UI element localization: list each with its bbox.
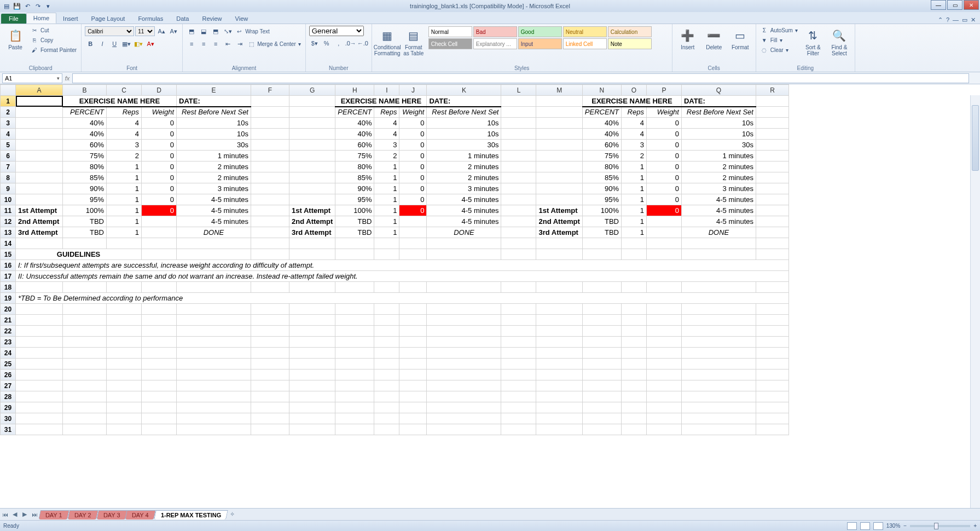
zoom-in-icon[interactable]: + — [973, 523, 977, 529]
cell[interactable]: PERCENT — [582, 107, 621, 118]
cell[interactable] — [177, 249, 251, 260]
cell[interactable]: 85% — [335, 172, 374, 183]
cell[interactable] — [251, 359, 289, 370]
cell[interactable] — [536, 194, 582, 205]
row-header[interactable]: 5 — [1, 140, 16, 151]
cell[interactable] — [251, 391, 289, 402]
cell[interactable]: 0 — [142, 183, 177, 194]
cell[interactable] — [621, 348, 646, 359]
cell[interactable]: 3 — [621, 140, 646, 151]
row-header[interactable]: 11 — [1, 205, 16, 216]
cell[interactable]: 1 — [621, 216, 646, 227]
cell[interactable] — [582, 424, 621, 435]
cell[interactable]: 100% — [582, 205, 621, 216]
font-color-button[interactable]: A▾ — [145, 38, 156, 49]
cell[interactable] — [399, 391, 427, 402]
cell[interactable] — [681, 424, 756, 435]
format-painter-button[interactable]: 🖌Format Painter — [30, 45, 78, 54]
cell[interactable] — [335, 326, 374, 337]
cell[interactable]: 40% — [335, 129, 374, 140]
qat-more-icon[interactable]: ▾ — [44, 2, 53, 10]
align-top-icon[interactable]: ⬒ — [186, 26, 197, 37]
cell[interactable]: Rest Before Next Set — [681, 107, 756, 118]
cell[interactable] — [374, 326, 399, 337]
cell[interactable]: 90% — [582, 183, 621, 194]
cell[interactable] — [536, 326, 582, 337]
font-size-select[interactable]: 11 — [135, 26, 155, 36]
select-all-corner[interactable] — [1, 85, 16, 96]
cell[interactable]: 1 — [107, 161, 142, 172]
cell[interactable]: 3 — [107, 140, 142, 151]
cell[interactable]: 0 — [646, 194, 681, 205]
cell[interactable] — [399, 304, 427, 315]
cell[interactable] — [374, 391, 399, 402]
slider-thumb[interactable] — [934, 523, 938, 529]
cell[interactable] — [251, 413, 289, 424]
cell[interactable] — [756, 140, 788, 151]
cell[interactable]: 0 — [646, 161, 681, 172]
cell[interactable] — [621, 413, 646, 424]
cell[interactable] — [63, 424, 107, 435]
tab-formulas[interactable]: Formulas — [131, 14, 170, 24]
row-header[interactable]: 1 — [1, 96, 16, 107]
cell[interactable]: 4-5 minutes — [681, 216, 756, 227]
cell[interactable] — [251, 118, 289, 129]
cell[interactable]: 90% — [63, 183, 107, 194]
cell[interactable]: 4 — [374, 129, 399, 140]
cell[interactable] — [536, 118, 582, 129]
row-header[interactable]: 4 — [1, 129, 16, 140]
tab-nav-first-icon[interactable]: ⏮ — [0, 511, 10, 518]
cell[interactable]: 1 — [374, 172, 399, 183]
cell[interactable] — [142, 315, 177, 326]
sheet-tab[interactable]: DAY 3 — [96, 510, 127, 520]
cell[interactable]: DONE — [681, 227, 756, 238]
cell[interactable]: DONE — [177, 227, 251, 238]
cell[interactable] — [251, 370, 289, 380]
orientation-icon[interactable]: ⤡▾ — [222, 26, 233, 37]
cell[interactable] — [681, 348, 756, 359]
cell[interactable]: 1 — [374, 216, 399, 227]
cell[interactable]: 3rd Attempt — [289, 227, 335, 238]
cell[interactable]: 10s — [427, 129, 501, 140]
name-box[interactable]: A1▾ — [2, 73, 62, 83]
cell[interactable] — [107, 348, 142, 359]
cell[interactable] — [63, 391, 107, 402]
cell[interactable] — [536, 370, 582, 380]
cell[interactable] — [501, 380, 536, 391]
cell[interactable] — [621, 380, 646, 391]
cell[interactable] — [501, 391, 536, 402]
cell[interactable] — [289, 238, 335, 249]
cell[interactable]: 1 — [621, 194, 646, 205]
cell[interactable] — [501, 194, 536, 205]
cell[interactable] — [289, 424, 335, 435]
cell[interactable] — [621, 359, 646, 370]
cell[interactable]: 2 — [107, 151, 142, 161]
cell[interactable] — [646, 359, 681, 370]
cell[interactable]: DATE: — [177, 96, 251, 107]
cell[interactable] — [427, 380, 501, 391]
border-button[interactable]: ▦▾ — [121, 38, 132, 49]
cell[interactable] — [289, 380, 335, 391]
cell[interactable]: 1 — [621, 161, 646, 172]
cell[interactable] — [107, 413, 142, 424]
cell[interactable]: 60% — [335, 140, 374, 151]
cell[interactable]: 2 minutes — [177, 161, 251, 172]
cell[interactable] — [177, 326, 251, 337]
cell[interactable] — [16, 107, 63, 118]
cell[interactable] — [536, 380, 582, 391]
cell[interactable]: PERCENT — [335, 107, 374, 118]
cell[interactable]: 4-5 minutes — [177, 205, 251, 216]
cell[interactable]: 1 — [107, 216, 142, 227]
cell[interactable] — [756, 424, 788, 435]
cell[interactable] — [621, 337, 646, 348]
cell[interactable] — [251, 326, 289, 337]
cell[interactable] — [251, 172, 289, 183]
cell[interactable]: 1 — [374, 183, 399, 194]
cell[interactable] — [756, 107, 788, 118]
row-header[interactable]: 28 — [1, 391, 16, 402]
cell[interactable]: *TBD = To Be Determined according to per… — [16, 293, 789, 304]
cell[interactable]: DATE: — [427, 96, 501, 107]
cell[interactable] — [251, 161, 289, 172]
cell[interactable] — [501, 172, 536, 183]
cell[interactable] — [289, 304, 335, 315]
